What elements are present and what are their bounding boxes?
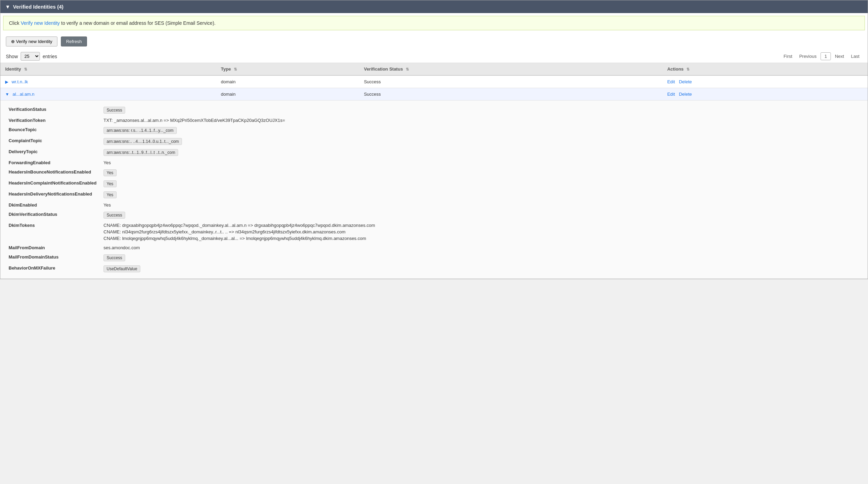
panel-title: Verified Identities (4) bbox=[13, 4, 64, 10]
dkim-token-2: CNAME: nl34qsm2furg6rzs4jifdtszx5yiefxx.… bbox=[104, 229, 375, 234]
detail-forwarding-enabled: ForwardingEnabled Yes bbox=[9, 158, 859, 167]
th-identity-label: Identity bbox=[5, 66, 21, 72]
detail-verification-token: VerificationToken TXT: _amazonses.al...a… bbox=[9, 116, 859, 125]
th-status-label: Verification Status bbox=[364, 66, 403, 72]
expanded-content: VerificationStatus Success VerificationT… bbox=[0, 101, 868, 278]
detail-value-ct: arn:aws:sns:.. ..4....1.14..0.u.1..t..._… bbox=[104, 138, 182, 145]
detail-label-dvs: DkimVerificationStatus bbox=[9, 212, 98, 217]
next-page-button[interactable]: Next bbox=[832, 52, 847, 60]
detail-mail-from-domain: MailFromDomain ses.amondoc.com bbox=[9, 243, 859, 252]
verify-new-identity-button[interactable]: ⊕ Verify new Identity bbox=[6, 36, 57, 46]
detail-label-bmx: BehaviorOnMXFailure bbox=[9, 265, 98, 271]
edit-link[interactable]: Edit bbox=[667, 92, 675, 97]
delete-link[interactable]: Delete bbox=[679, 79, 692, 84]
actions-cell: Edit Delete bbox=[662, 88, 868, 101]
last-page-button[interactable]: Last bbox=[848, 52, 862, 60]
detail-bounce-topic: BounceTopic arn:aws:sns: r.s.. ..1.4..1.… bbox=[9, 125, 859, 136]
th-actions-sort[interactable]: ⇅ bbox=[686, 67, 690, 71]
identity-link[interactable]: wr.t.n..lk bbox=[12, 79, 28, 84]
entries-label: entries bbox=[43, 54, 57, 59]
th-identity-sort[interactable]: ⇅ bbox=[24, 67, 27, 71]
th-type-label: Type bbox=[221, 66, 231, 72]
th-type: Type ⇅ bbox=[216, 63, 359, 75]
detail-label-fe: ForwardingEnabled bbox=[9, 160, 98, 165]
detail-value-mfs: Success bbox=[104, 254, 125, 261]
detail-complaint-topic: ComplaintTopic arn:aws:sns:.. ..4....1.1… bbox=[9, 136, 859, 147]
detail-value-dtk: CNAME: drgxaabihgopqpb4jz4wo6ppqc7wpqod.… bbox=[104, 223, 375, 241]
show-entries: Show 25 50 100 entries bbox=[0, 50, 63, 63]
refresh-button[interactable]: Refresh bbox=[61, 36, 87, 46]
info-banner: Click Verify new Identity to verify a ne… bbox=[3, 16, 865, 30]
identity-link[interactable]: al...al.am.n bbox=[13, 92, 35, 97]
identities-table: Identity ⇅ Type ⇅ Verification Status ⇅ … bbox=[0, 63, 868, 279]
edit-link[interactable]: Edit bbox=[667, 79, 675, 84]
row-expand-button[interactable]: ▶ bbox=[5, 80, 8, 84]
dkim-token-3: CNAME: lmolqegnjpp6mqywhq5uddj4k6hyklmq.… bbox=[104, 236, 375, 241]
info-suffix: to verify a new domain or email address … bbox=[60, 20, 216, 26]
detail-verification-status: VerificationStatus Success bbox=[9, 105, 859, 116]
detail-value-dt: arn:aws:sns:..t...1..9..f...l..t ..t..n.… bbox=[104, 149, 178, 156]
type-cell: domain bbox=[216, 88, 359, 101]
previous-page-button[interactable]: Previous bbox=[796, 52, 820, 60]
detail-value-bmx: UseDefaultValue bbox=[104, 265, 140, 272]
detail-value-vt: TXT: _amazonses.al...al.am.n => MXq2Pri5… bbox=[104, 118, 285, 123]
detail-label-vs: VerificationStatus bbox=[9, 107, 98, 112]
table-row: ▶ wr.t.n..lk domain Success Edit Delete bbox=[0, 75, 868, 88]
detail-label-hbn: HeadersInBounceNotificationsEnabled bbox=[9, 169, 98, 175]
status-cell: Success bbox=[359, 88, 662, 101]
panel-chevron-icon: ▼ bbox=[5, 4, 10, 10]
status-cell: Success bbox=[359, 75, 662, 88]
table-header: Identity ⇅ Type ⇅ Verification Status ⇅ … bbox=[0, 63, 868, 75]
detail-value-fe: Yes bbox=[104, 160, 111, 165]
detail-value-de: Yes bbox=[104, 202, 111, 208]
th-actions: Actions ⇅ bbox=[662, 63, 868, 75]
detail-value-mfd: ses.amondoc.com bbox=[104, 245, 140, 250]
detail-label-dtk: DkimTokens bbox=[9, 223, 98, 228]
detail-value-hdn: Yes bbox=[104, 191, 117, 198]
detail-mail-from-status: MailFromDomainStatus Success bbox=[9, 252, 859, 263]
detail-label-mfs: MailFromDomainStatus bbox=[9, 254, 98, 260]
detail-label-bt: BounceTopic bbox=[9, 127, 98, 132]
row-collapse-button[interactable]: ▼ bbox=[5, 92, 9, 97]
table-row: ▼ al...al.am.n domain Success Edit Delet… bbox=[0, 88, 868, 101]
show-label: Show bbox=[6, 54, 18, 59]
current-page: 1 bbox=[821, 52, 831, 60]
detail-label-de: DkimEnabled bbox=[9, 202, 98, 208]
detail-value-bt: arn:aws:sns: r.s.. ..1.4..1..f...y..._co… bbox=[104, 127, 177, 134]
detail-dkim-tokens: DkimTokens CNAME: drgxaabihgopqpb4jz4wo6… bbox=[9, 221, 859, 243]
panel-header: ▼ Verified Identities (4) bbox=[0, 0, 868, 13]
detail-label-hdn: HeadersInDeliveryNotificationsEnabled bbox=[9, 191, 98, 197]
detail-dkim-enabled: DkimEnabled Yes bbox=[9, 200, 859, 210]
first-page-button[interactable]: First bbox=[781, 52, 795, 60]
detail-value-vs: Success bbox=[104, 107, 125, 114]
type-cell: domain bbox=[216, 75, 359, 88]
detail-delivery-topic: DeliveryTopic arn:aws:sns:..t...1..9..f.… bbox=[9, 147, 859, 158]
th-identity: Identity ⇅ bbox=[0, 63, 216, 75]
detail-headers-complaint: HeadersInComplaintNotificationsEnabled Y… bbox=[9, 178, 859, 189]
verified-identities-panel: ▼ Verified Identities (4) Click Verify n… bbox=[0, 0, 868, 279]
detail-label-vt: VerificationToken bbox=[9, 118, 98, 123]
detail-label-mfd: MailFromDomain bbox=[9, 245, 98, 250]
th-status-sort[interactable]: ⇅ bbox=[406, 67, 409, 71]
detail-dkim-status: DkimVerificationStatus Success bbox=[9, 210, 859, 221]
show-pagination-row: Show 25 50 100 entries First Previous 1 … bbox=[0, 50, 868, 63]
entries-select[interactable]: 25 50 100 bbox=[21, 52, 40, 61]
pagination: First Previous 1 Next Last bbox=[775, 50, 868, 62]
th-type-sort[interactable]: ⇅ bbox=[234, 67, 237, 71]
detail-label-dt: DeliveryTopic bbox=[9, 149, 98, 154]
delete-link[interactable]: Delete bbox=[679, 92, 692, 97]
verify-new-identity-link[interactable]: Verify new Identity bbox=[21, 20, 60, 26]
actions-cell: Edit Delete bbox=[662, 75, 868, 88]
toolbar: ⊕ Verify new Identity Refresh bbox=[0, 33, 868, 50]
detail-label-hcn: HeadersInComplaintNotificationsEnabled bbox=[9, 180, 98, 186]
table-body: ▶ wr.t.n..lk domain Success Edit Delete … bbox=[0, 75, 868, 279]
dkim-token-1: CNAME: drgxaabihgopqpb4jz4wo6ppqc7wpqod.… bbox=[104, 223, 375, 228]
detail-value-hcn: Yes bbox=[104, 180, 117, 187]
th-status: Verification Status ⇅ bbox=[359, 63, 662, 75]
th-actions-label: Actions bbox=[667, 66, 684, 72]
detail-headers-delivery: HeadersInDeliveryNotificationsEnabled Ye… bbox=[9, 189, 859, 200]
expanded-detail-row: VerificationStatus Success VerificationT… bbox=[0, 101, 868, 279]
detail-headers-bounce: HeadersInBounceNotificationsEnabled Yes bbox=[9, 167, 859, 178]
detail-value-dvs: Success bbox=[104, 212, 125, 219]
detail-behavior-mx: BehaviorOnMXFailure UseDefaultValue bbox=[9, 263, 859, 274]
